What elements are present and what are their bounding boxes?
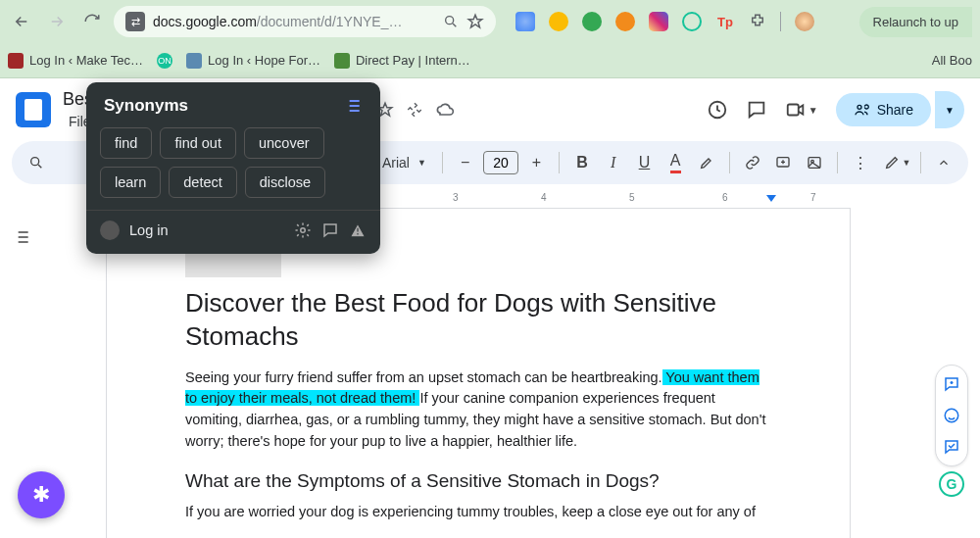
chat-icon[interactable] — [321, 221, 339, 239]
chevron-down-icon[interactable]: ▼ — [808, 105, 818, 116]
suggest-icon[interactable] — [943, 438, 960, 456]
zoom-icon[interactable] — [443, 14, 459, 29]
synonym-chip[interactable]: detect — [169, 167, 237, 198]
extensions-tray: Tp — [515, 12, 814, 31]
document-page[interactable]: Discover the Best Food for Dogs with Sen… — [106, 208, 851, 538]
image-icon — [807, 155, 822, 171]
bookmarks-bar: Log In ‹ Make Tec… ON Log In ‹ Hope For…… — [0, 43, 980, 78]
people-icon — [854, 102, 869, 118]
underline-button[interactable]: U — [632, 149, 658, 176]
share-dropdown[interactable]: ▼ — [935, 91, 964, 128]
synonym-chip[interactable]: find — [100, 127, 152, 159]
extensions-icon[interactable] — [749, 13, 766, 30]
url-text: docs.google.com/document/d/1YNYE_… — [153, 14, 402, 29]
move-icon[interactable] — [406, 101, 423, 119]
svg-point-3 — [858, 105, 861, 109]
extension-icon[interactable] — [615, 12, 635, 31]
insert-image-button[interactable] — [802, 149, 827, 176]
text-color-button[interactable]: A — [662, 149, 688, 176]
bold-button[interactable]: B — [569, 149, 595, 176]
cloud-icon[interactable] — [435, 100, 455, 120]
grammarly-badge-icon[interactable]: G — [939, 471, 964, 497]
reload-icon — [83, 13, 101, 30]
highlight-button[interactable] — [694, 149, 719, 176]
svg-point-9 — [301, 228, 306, 233]
synonyms-popup: Synonyms find find out uncover learn det… — [86, 82, 380, 254]
all-bookmarks[interactable]: All Boo — [932, 53, 972, 68]
extension-icon[interactable] — [582, 12, 602, 31]
synonym-chip[interactable]: find out — [160, 127, 236, 159]
popup-title: Synonyms — [104, 96, 188, 116]
chevron-down-icon: ▼ — [945, 105, 955, 116]
extension-icon[interactable]: Tp — [715, 12, 735, 31]
comment-icon[interactable] — [746, 99, 767, 121]
editing-mode-button[interactable]: ▼ — [884, 149, 910, 176]
paragraph[interactable]: If you are worried your dog is experienc… — [185, 502, 771, 523]
collapse-button[interactable] — [931, 149, 956, 176]
ruler-marker-icon[interactable] — [766, 195, 776, 202]
more-button[interactable]: ⋮ — [848, 149, 873, 176]
paragraph[interactable]: Seeing your furry friend suffer from an … — [185, 367, 771, 453]
browser-nav-bar: ⇄ docs.google.com/document/d/1YNYE_… Tp … — [0, 0, 980, 43]
comment-plus-icon — [775, 155, 791, 171]
search-button[interactable] — [24, 149, 49, 176]
font-selector[interactable]: Arial▼ — [376, 155, 432, 171]
pencil-icon — [884, 155, 900, 171]
extension-icon[interactable] — [549, 12, 568, 31]
relaunch-button[interactable]: Relaunch to up — [859, 7, 972, 37]
heading-1[interactable]: Discover the Best Food for Dogs with Sen… — [185, 287, 771, 354]
add-comment-button[interactable] — [770, 149, 796, 176]
chevron-up-icon — [937, 156, 951, 170]
add-comment-icon[interactable] — [943, 375, 960, 393]
synonym-chip[interactable]: learn — [100, 167, 161, 198]
login-link[interactable]: Log in — [129, 222, 169, 238]
list-icon — [12, 227, 31, 247]
chevron-down-icon: ▼ — [417, 158, 426, 168]
share-button[interactable]: Share — [836, 93, 931, 126]
arrow-left-icon — [13, 13, 30, 30]
site-settings-icon[interactable]: ⇄ — [125, 12, 145, 31]
font-size-input[interactable]: 20 — [483, 151, 517, 174]
sparkle-icon: ✱ — [32, 482, 50, 508]
address-bar[interactable]: ⇄ docs.google.com/document/d/1YNYE_… — [114, 6, 496, 37]
bookmark-item[interactable]: Log In ‹ Hope For… — [186, 53, 320, 69]
highlighter-icon — [699, 155, 714, 171]
heading-2[interactable]: What are the Symptoms of a Sensitive Sto… — [185, 470, 771, 492]
svg-rect-2 — [787, 105, 798, 116]
forward-button[interactable] — [43, 8, 71, 35]
increase-size-button[interactable]: + — [524, 149, 550, 176]
selection-highlight — [185, 254, 281, 277]
list-icon[interactable] — [343, 96, 363, 116]
extension-icon[interactable] — [515, 12, 535, 31]
profile-avatar[interactable] — [795, 12, 814, 31]
docs-logo-icon[interactable] — [16, 92, 51, 127]
link-icon — [745, 155, 760, 171]
assistant-fab[interactable]: ✱ — [18, 471, 65, 518]
italic-button[interactable]: I — [601, 149, 626, 176]
undo-button[interactable] — [55, 149, 80, 176]
link-button[interactable] — [740, 149, 765, 176]
emoji-icon[interactable] — [943, 407, 960, 424]
synonym-chip[interactable]: disclose — [245, 167, 325, 198]
bookmark-item[interactable]: Log In ‹ Make Tec… — [8, 53, 143, 69]
history-icon[interactable] — [707, 99, 728, 121]
extension-icon[interactable] — [649, 12, 668, 31]
gear-icon[interactable] — [294, 221, 312, 239]
bookmark-item[interactable]: ON — [157, 53, 172, 69]
back-button[interactable] — [8, 8, 35, 35]
svg-point-4 — [31, 158, 39, 166]
star-icon[interactable] — [466, 13, 484, 30]
decrease-size-button[interactable]: − — [453, 149, 478, 176]
reload-button[interactable] — [78, 8, 106, 35]
synonym-chip[interactable]: uncover — [244, 127, 324, 159]
synonym-list: find find out uncover learn detect discl… — [86, 125, 380, 210]
search-icon — [28, 155, 44, 171]
svg-point-8 — [945, 409, 958, 422]
user-avatar-icon — [100, 220, 120, 240]
extension-icon[interactable] — [682, 12, 702, 31]
svg-point-0 — [446, 17, 454, 24]
warning-icon[interactable] — [349, 221, 367, 239]
side-comment-panel — [935, 365, 968, 466]
video-icon[interactable] — [785, 99, 807, 121]
bookmark-item[interactable]: Direct Pay | Intern… — [334, 53, 470, 69]
